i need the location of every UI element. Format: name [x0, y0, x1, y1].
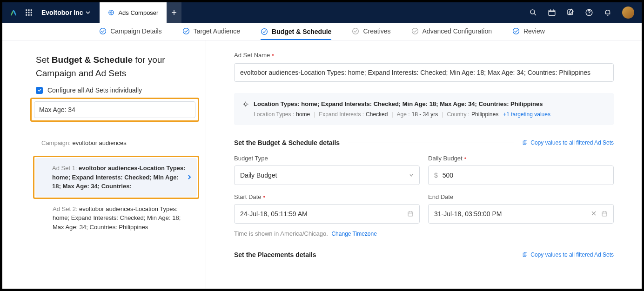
copy-budget-link[interactable]: Copy values to all filtered Ad Sets: [522, 139, 614, 146]
timezone-note: Time is shown in America/Chicago. Change…: [234, 230, 614, 237]
filter-input[interactable]: [34, 101, 195, 118]
targeting-summary-card: Location Types: home; Expand Interests: …: [234, 93, 614, 125]
budget-type-label: Budget Type: [234, 155, 420, 162]
page-title: Set Budget & Schedule for your Campaign …: [36, 53, 199, 80]
add-tab-button[interactable]: [167, 2, 181, 23]
step-advanced-config[interactable]: Advanced Configuration: [411, 27, 492, 35]
tab-ads-composer[interactable]: Ads Composer: [100, 2, 167, 23]
top-navbar: Evoltobor Inc Ads Composer: [2, 2, 642, 23]
step-creatives[interactable]: Creatives: [352, 27, 390, 35]
step-label: Advanced Configuration: [423, 27, 492, 35]
summary-title-text: Location Types: home; Expand Interests: …: [254, 100, 543, 107]
svg-point-19: [513, 28, 519, 34]
daily-budget-label: Daily Budget•: [428, 155, 614, 162]
check-circle-icon: [411, 27, 419, 35]
org-name: Evoltobor Inc: [41, 9, 83, 16]
section-budget-title: Set the Budget & Schedule details: [234, 139, 340, 146]
adset-name-label: Ad Set Name•: [234, 52, 614, 59]
svg-point-15: [183, 28, 189, 34]
copy-placements-link[interactable]: Copy values to all filtered Ad Sets: [522, 251, 614, 258]
svg-point-14: [100, 28, 106, 34]
step-label: Review: [523, 27, 545, 35]
svg-rect-7: [28, 14, 30, 16]
svg-rect-24: [602, 212, 607, 216]
check-icon: [37, 88, 42, 93]
svg-rect-6: [26, 14, 27, 16]
chevron-down-icon: [86, 10, 90, 15]
sidebar-adset-2[interactable]: Ad Set 2: evoltobor audiences-Location T…: [36, 199, 199, 238]
brand-logo: [8, 7, 19, 18]
check-circle-icon: [182, 27, 190, 35]
divider: [348, 143, 514, 143]
svg-point-20: [244, 103, 247, 106]
step-label: Budget & Schedule: [272, 28, 331, 35]
start-date-label: Start Date•: [234, 193, 420, 200]
adset-name-input[interactable]: [234, 63, 614, 82]
plus-icon: [171, 10, 177, 15]
campaign-breadcrumb: Campaign: evoltobor audiences: [41, 139, 199, 146]
step-label: Campaign Details: [110, 27, 162, 35]
svg-point-16: [262, 28, 268, 34]
start-date-input[interactable]: 24-Jul-18, 05:11:59 AM: [234, 204, 420, 224]
step-campaign-details[interactable]: Campaign Details: [99, 27, 162, 35]
svg-rect-3: [26, 12, 27, 13]
budget-type-select[interactable]: Daily Budget: [234, 165, 420, 185]
end-date-input[interactable]: 31-Jul-18, 03:59:00 PM: [428, 204, 614, 224]
check-circle-icon: [261, 28, 268, 35]
svg-rect-1: [28, 9, 30, 11]
svg-rect-4: [28, 12, 30, 13]
bell-icon[interactable]: [604, 8, 612, 17]
calendar-icon[interactable]: [548, 8, 556, 17]
check-circle-icon: [99, 27, 107, 35]
step-review[interactable]: Review: [512, 27, 545, 35]
main-panel: Ad Set Name• Location Types: home; Expan…: [206, 40, 642, 289]
change-timezone-link[interactable]: Change Timezone: [331, 231, 376, 237]
wizard-steps: Campaign Details Target Audience Budget …: [2, 23, 642, 40]
copy-icon: [522, 252, 528, 258]
apps-grid-icon[interactable]: [25, 8, 33, 17]
sidebar: Set Budget & Schedule for your Campaign …: [2, 40, 206, 289]
step-label: Target Audience: [194, 27, 240, 35]
check-circle-icon: [352, 27, 359, 35]
compose-icon[interactable]: [566, 8, 575, 17]
svg-rect-2: [31, 9, 32, 11]
calendar-icon: [407, 211, 414, 217]
search-icon[interactable]: [529, 8, 537, 17]
svg-rect-0: [26, 9, 27, 11]
configure-all-label: Configure all Ad Sets individually: [47, 86, 142, 94]
targeting-meta: Location Types : home | Expand Interests…: [254, 111, 605, 118]
globe-icon: [108, 9, 114, 16]
svg-rect-23: [408, 212, 413, 216]
more-targeting-link[interactable]: +1 targeting values: [503, 111, 550, 118]
help-icon[interactable]: [585, 8, 593, 17]
currency-symbol: $: [434, 172, 438, 179]
check-circle-icon: [512, 27, 520, 35]
daily-budget-input-wrap: $: [428, 165, 614, 185]
step-budget-schedule[interactable]: Budget & Schedule: [261, 28, 331, 40]
org-selector[interactable]: Evoltobor Inc: [41, 9, 90, 16]
step-target-audience[interactable]: Target Audience: [182, 27, 240, 35]
highlight-adset-box: Ad Set 1: evoltobor audiences-Location T…: [33, 156, 199, 199]
daily-budget-input[interactable]: [443, 172, 608, 179]
divider: [325, 255, 514, 255]
svg-point-17: [353, 28, 359, 34]
tab-label: Ads Composer: [118, 9, 158, 16]
svg-point-10: [530, 10, 535, 14]
svg-rect-5: [31, 12, 32, 13]
end-date-label: End Date: [428, 193, 614, 200]
clear-icon[interactable]: [591, 211, 597, 216]
section-placements-title: Set the Placements details: [234, 251, 316, 258]
chevron-down-icon: [409, 173, 414, 178]
svg-rect-11: [549, 10, 555, 16]
svg-point-18: [412, 28, 418, 34]
target-icon: [242, 101, 249, 107]
avatar[interactable]: [622, 7, 634, 19]
step-label: Creatives: [363, 27, 390, 35]
svg-rect-8: [31, 14, 32, 16]
highlight-filter-box: [30, 98, 199, 122]
chevron-right-icon: [187, 174, 192, 180]
calendar-icon: [601, 211, 608, 217]
copy-icon: [522, 140, 528, 146]
configure-all-checkbox[interactable]: [36, 87, 43, 94]
sidebar-adset-1[interactable]: Ad Set 1: evoltobor audiences-Location T…: [35, 158, 197, 197]
